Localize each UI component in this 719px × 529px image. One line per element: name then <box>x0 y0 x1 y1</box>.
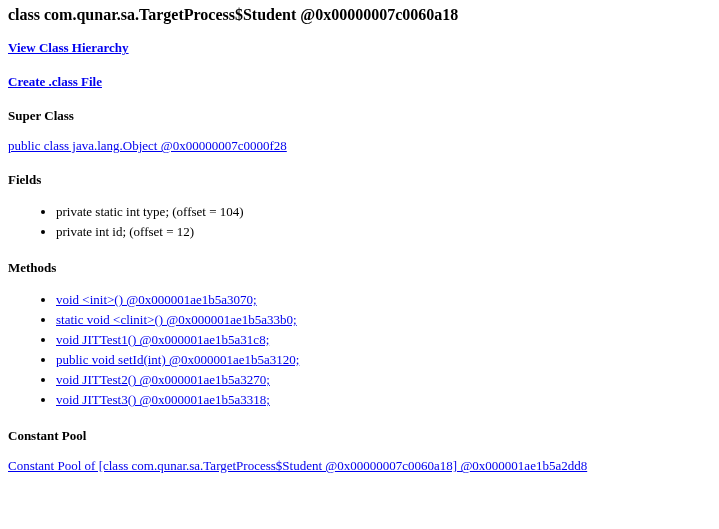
method-link[interactable]: void <init>() @0x000001ae1b5a3070; <box>56 292 257 307</box>
method-link[interactable]: void JITTest3() @0x000001ae1b5a3318; <box>56 392 270 407</box>
methods-list: void <init>() @0x000001ae1b5a3070; stati… <box>8 290 713 410</box>
method-link[interactable]: void JITTest2() @0x000001ae1b5a3270; <box>56 372 270 387</box>
list-item: private int id; (offset = 12) <box>56 222 713 242</box>
page-title: class com.qunar.sa.TargetProcess$Student… <box>8 6 713 24</box>
create-class-file-link[interactable]: Create .class File <box>8 74 102 89</box>
section-heading-fields: Fields <box>8 172 713 188</box>
list-item: void JITTest1() @0x000001ae1b5a31c8; <box>56 330 713 350</box>
list-item: void JITTest3() @0x000001ae1b5a3318; <box>56 390 713 410</box>
section-heading-super-class: Super Class <box>8 108 713 124</box>
section-heading-constant-pool: Constant Pool <box>8 428 713 444</box>
list-item: void <init>() @0x000001ae1b5a3070; <box>56 290 713 310</box>
view-class-hierarchy-link[interactable]: View Class Hierarchy <box>8 40 129 55</box>
field-text: private int id; (offset = 12) <box>56 224 194 239</box>
super-class-link[interactable]: public class java.lang.Object @0x0000000… <box>8 138 287 153</box>
method-link[interactable]: static void <clinit>() @0x000001ae1b5a33… <box>56 312 297 327</box>
list-item: static void <clinit>() @0x000001ae1b5a33… <box>56 310 713 330</box>
field-text: private static int type; (offset = 104) <box>56 204 244 219</box>
method-link[interactable]: void JITTest1() @0x000001ae1b5a31c8; <box>56 332 269 347</box>
section-heading-methods: Methods <box>8 260 713 276</box>
list-item: private static int type; (offset = 104) <box>56 202 713 222</box>
fields-list: private static int type; (offset = 104) … <box>8 202 713 242</box>
list-item: void JITTest2() @0x000001ae1b5a3270; <box>56 370 713 390</box>
list-item: public void setId(int) @0x000001ae1b5a31… <box>56 350 713 370</box>
method-link[interactable]: public void setId(int) @0x000001ae1b5a31… <box>56 352 299 367</box>
constant-pool-link[interactable]: Constant Pool of [class com.qunar.sa.Tar… <box>8 458 587 473</box>
